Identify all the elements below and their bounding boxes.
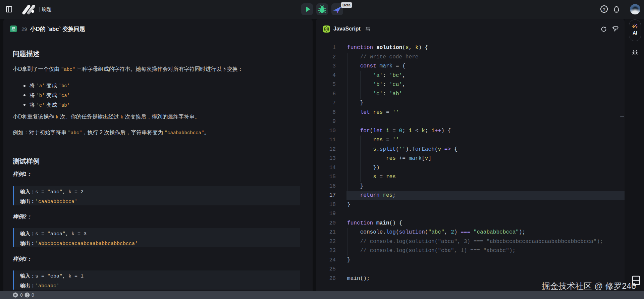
svg-text:JS: JS [325, 28, 328, 30]
svg-text:0: 0 [32, 292, 34, 298]
svg-text:?: ? [603, 7, 605, 12]
svg-text:0: 0 [20, 292, 23, 298]
